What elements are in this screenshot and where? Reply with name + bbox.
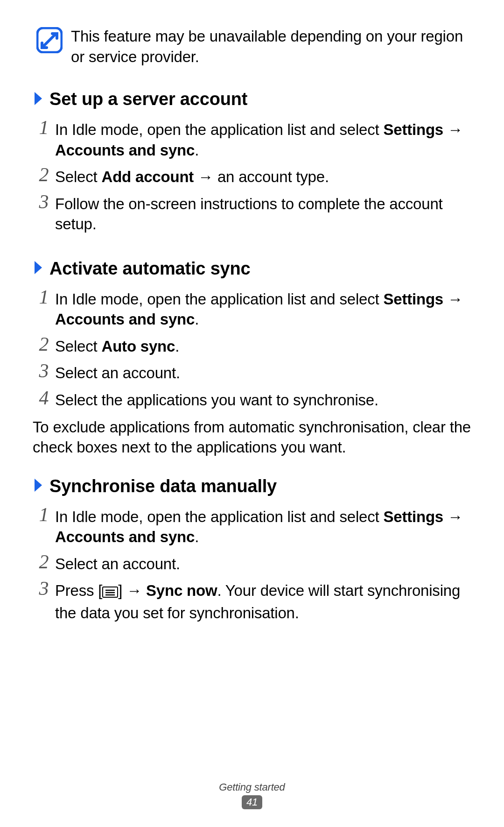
- menu-key-icon: [102, 582, 118, 603]
- step-text: Select Auto sync.: [55, 334, 471, 357]
- step-text: Press [ ] → Sync now. Your device will s…: [55, 579, 471, 623]
- step-row: 2 Select an account.: [33, 552, 471, 574]
- step-number: 3: [33, 579, 55, 598]
- step-row: 2 Select Auto sync.: [33, 334, 471, 357]
- section-title: Set up a server account: [49, 89, 247, 109]
- step-text: Select an account.: [55, 552, 471, 574]
- step-text: In Idle mode, open the application list …: [55, 505, 471, 547]
- section-title: Synchronise data manually: [49, 476, 277, 496]
- step-row: 3 Select an account.: [33, 361, 471, 383]
- page-footer: Getting started 41: [0, 781, 504, 809]
- step-text: Select Add account → an account type.: [55, 165, 471, 187]
- step-number: 2: [33, 334, 55, 354]
- step-number: 1: [33, 118, 55, 137]
- heading-setup-server: Set up a server account: [33, 89, 471, 109]
- step-row: 4 Select the applications you want to sy…: [33, 388, 471, 410]
- heading-activate-auto-sync: Activate automatic sync: [33, 259, 471, 279]
- footer-section-label: Getting started: [0, 781, 504, 793]
- step-text: Follow the on-screen instructions to com…: [55, 192, 471, 234]
- note-block: This feature may be unavailable dependin…: [33, 26, 471, 67]
- step-row: 1 In Idle mode, open the application lis…: [33, 287, 471, 330]
- step-text: In Idle mode, open the application list …: [55, 287, 471, 330]
- step-number: 1: [33, 287, 55, 307]
- step-row: 1 In Idle mode, open the application lis…: [33, 505, 471, 547]
- step-number: 4: [33, 388, 55, 408]
- step-row: 3 Follow the on-screen instructions to c…: [33, 192, 471, 234]
- note-icon: [36, 27, 63, 55]
- manual-page: This feature may be unavailable dependin…: [0, 0, 504, 623]
- page-number-badge: 41: [242, 795, 262, 809]
- step-row: 3 Press [ ] → Sync now. Your device will…: [33, 579, 471, 623]
- step-number: 2: [33, 552, 55, 572]
- heading-sync-manually: Synchronise data manually: [33, 476, 471, 496]
- chevron-right-icon: [33, 260, 45, 277]
- step-number: 3: [33, 361, 55, 381]
- step-text: Select the applications you want to sync…: [55, 388, 471, 410]
- step-row: 1 In Idle mode, open the application lis…: [33, 118, 471, 160]
- step-row: 2 Select Add account → an account type.: [33, 165, 471, 187]
- chevron-right-icon: [33, 478, 45, 495]
- paragraph: To exclude applications from automatic s…: [33, 417, 471, 458]
- step-number: 2: [33, 165, 55, 184]
- step-number: 3: [33, 192, 55, 212]
- chevron-right-icon: [33, 91, 45, 108]
- section-title: Activate automatic sync: [49, 259, 250, 279]
- step-number: 1: [33, 505, 55, 524]
- step-text: Select an account.: [55, 361, 471, 383]
- note-text: This feature may be unavailable dependin…: [71, 26, 471, 67]
- step-text: In Idle mode, open the application list …: [55, 118, 471, 160]
